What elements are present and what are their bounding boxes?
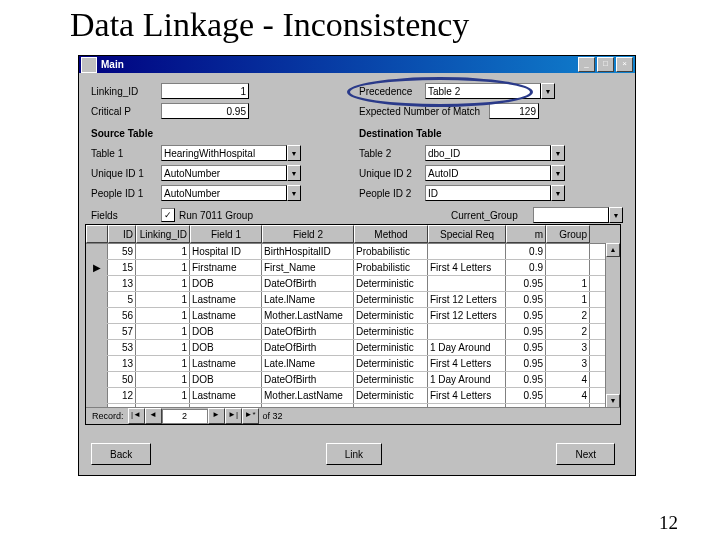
grid-cell[interactable]: Deterministic: [354, 372, 428, 387]
table-row[interactable]: 531DOBDateOfBirthDeterministic1 Day Arou…: [86, 340, 620, 356]
chevron-down-icon[interactable]: [287, 145, 301, 161]
grid-header-cell[interactable]: m: [506, 225, 546, 243]
grid-cell[interactable]: 1: [136, 324, 190, 339]
grid-cell[interactable]: DateOfBirth: [262, 372, 354, 387]
grid-cell[interactable]: DateOfBirth: [262, 340, 354, 355]
grid-cell[interactable]: 1: [136, 340, 190, 355]
nav-last-button[interactable]: ►|: [225, 408, 242, 424]
row-selector[interactable]: [86, 308, 108, 323]
grid-cell[interactable]: First 4 Letters: [428, 356, 506, 371]
grid-cell[interactable]: Deterministic: [354, 276, 428, 291]
grid-cell[interactable]: 4: [546, 372, 590, 387]
grid-cell[interactable]: 1: [546, 276, 590, 291]
row-selector[interactable]: [86, 324, 108, 339]
record-number-field[interactable]: 2: [162, 409, 208, 424]
grid-cell[interactable]: 2: [546, 324, 590, 339]
grid-cell[interactable]: 15: [108, 260, 136, 275]
grid-cell[interactable]: 13: [108, 276, 136, 291]
grid-cell[interactable]: Lastname: [190, 308, 262, 323]
grid-cell[interactable]: [428, 324, 506, 339]
grid-cell[interactable]: 50: [108, 372, 136, 387]
row-selector[interactable]: [86, 372, 108, 387]
grid-cell[interactable]: DOB: [190, 324, 262, 339]
linking-id-field[interactable]: 1: [161, 83, 249, 99]
grid-cell[interactable]: [546, 260, 590, 275]
table-row[interactable]: 131DOBDateOfBirthDeterministic0.951: [86, 276, 620, 292]
grid-cell[interactable]: 5: [108, 292, 136, 307]
critical-p-field[interactable]: 0.95: [161, 103, 249, 119]
grid-cell[interactable]: Late.lName: [262, 356, 354, 371]
grid-cell[interactable]: 0.95: [506, 276, 546, 291]
row-selector[interactable]: [86, 276, 108, 291]
grid-cell[interactable]: 1: [136, 276, 190, 291]
row-selector[interactable]: [86, 244, 108, 259]
chevron-down-icon[interactable]: [551, 185, 565, 201]
uid2-combo[interactable]: AutoID: [425, 165, 565, 181]
grid-header-cell[interactable]: Method: [354, 225, 428, 243]
grid-cell[interactable]: Lastname: [190, 356, 262, 371]
grid-header-cell[interactable]: ID: [108, 225, 136, 243]
grid-cell[interactable]: Firstname: [190, 260, 262, 275]
grid-cell[interactable]: 1 Day Around: [428, 372, 506, 387]
grid-cell[interactable]: 59: [108, 244, 136, 259]
grid-cell[interactable]: 12: [108, 388, 136, 403]
grid-cell[interactable]: DOB: [190, 340, 262, 355]
grid-cell[interactable]: First 4 Letters: [428, 260, 506, 275]
data-grid[interactable]: IDLinking_IDField 1Field 2MethodSpecial …: [85, 224, 621, 425]
grid-cell[interactable]: Deterministic: [354, 356, 428, 371]
grid-cell[interactable]: 1: [546, 292, 590, 307]
grid-cell[interactable]: 1: [136, 244, 190, 259]
row-selector[interactable]: [86, 292, 108, 307]
grid-cell[interactable]: First 12 Letters: [428, 292, 506, 307]
grid-cell[interactable]: 4: [546, 388, 590, 403]
grid-cell[interactable]: 2: [546, 308, 590, 323]
nav-first-button[interactable]: |◄: [128, 408, 145, 424]
scroll-down-icon[interactable]: ▼: [606, 394, 620, 408]
grid-cell[interactable]: DateOfBirth: [262, 324, 354, 339]
nav-prev-button[interactable]: ◄: [145, 408, 162, 424]
grid-cell[interactable]: Lastname: [190, 292, 262, 307]
grid-cell[interactable]: 1: [136, 260, 190, 275]
grid-cell[interactable]: 0.95: [506, 356, 546, 371]
grid-cell[interactable]: Lastname: [190, 388, 262, 403]
grid-cell[interactable]: Deterministic: [354, 308, 428, 323]
grid-cell[interactable]: DOB: [190, 276, 262, 291]
current-group-combo[interactable]: [533, 207, 623, 223]
grid-cell[interactable]: DateOfBirth: [262, 276, 354, 291]
grid-cell[interactable]: Mother.LastName: [262, 308, 354, 323]
grid-cell[interactable]: Deterministic: [354, 340, 428, 355]
grid-cell[interactable]: 0.95: [506, 372, 546, 387]
grid-cell[interactable]: Deterministic: [354, 292, 428, 307]
row-selector[interactable]: [86, 356, 108, 371]
grid-cell[interactable]: 56: [108, 308, 136, 323]
grid-cell[interactable]: 0.95: [506, 388, 546, 403]
grid-cell[interactable]: Mother.LastName: [262, 388, 354, 403]
nav-new-button[interactable]: ►*: [242, 408, 259, 424]
grid-cell[interactable]: Late.lName: [262, 292, 354, 307]
close-button[interactable]: ×: [616, 57, 633, 72]
table-row[interactable]: 571DOBDateOfBirthDeterministic0.952: [86, 324, 620, 340]
chevron-down-icon[interactable]: [551, 165, 565, 181]
grid-cell[interactable]: 1: [136, 388, 190, 403]
table-row[interactable]: 131LastnameLate.lNameDeterministicFirst …: [86, 356, 620, 372]
chevron-down-icon[interactable]: [551, 145, 565, 161]
pid2-combo[interactable]: ID: [425, 185, 565, 201]
next-button[interactable]: Next: [556, 443, 615, 465]
expected-field[interactable]: 129: [489, 103, 539, 119]
row-selector[interactable]: [86, 340, 108, 355]
grid-cell[interactable]: 1: [136, 356, 190, 371]
grid-header-cell[interactable]: Field 2: [262, 225, 354, 243]
table-row[interactable]: 121LastnameMother.LastNameDeterministicF…: [86, 388, 620, 404]
grid-cell[interactable]: Probabilistic: [354, 244, 428, 259]
grid-cell[interactable]: First 12 Letters: [428, 308, 506, 323]
scroll-up-icon[interactable]: ▲: [606, 243, 620, 257]
chevron-down-icon[interactable]: [541, 83, 555, 99]
row-selector[interactable]: [86, 388, 108, 403]
grid-cell[interactable]: [428, 276, 506, 291]
grid-cell[interactable]: Deterministic: [354, 324, 428, 339]
grid-cell[interactable]: 0.9: [506, 260, 546, 275]
chevron-down-icon[interactable]: [287, 165, 301, 181]
grid-cell[interactable]: BirthHospitalID: [262, 244, 354, 259]
grid-cell[interactable]: 3: [546, 356, 590, 371]
grid-header-cell[interactable]: Group: [546, 225, 590, 243]
